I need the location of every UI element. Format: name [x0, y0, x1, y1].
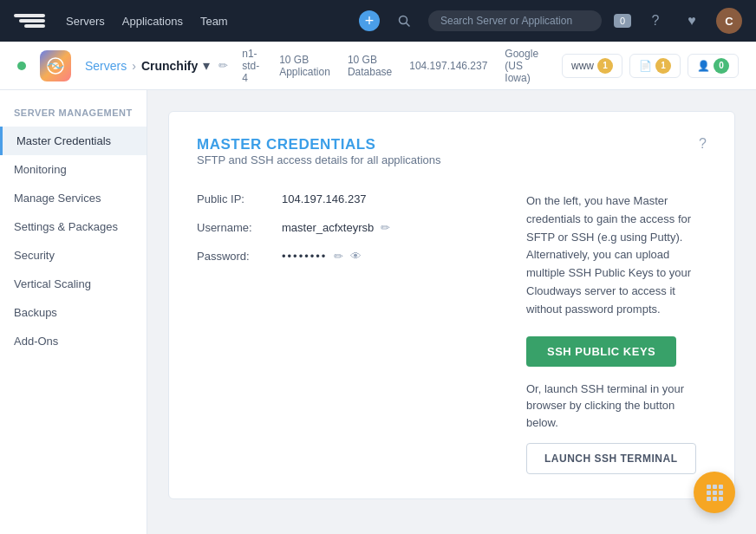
- server-status-indicator: [17, 62, 26, 70]
- breadcrumb: Servers › Crunchify ▾ ✏: [85, 57, 228, 74]
- sidebar-item-security[interactable]: Security: [0, 241, 147, 270]
- server-type: n1-std-4: [242, 48, 262, 84]
- servers-link[interactable]: Servers: [66, 15, 105, 28]
- svg-line-4: [407, 23, 410, 27]
- topnav-right: + 0 ? ♥ C: [359, 8, 742, 34]
- avatar[interactable]: C: [716, 8, 742, 34]
- public-ip-value: 104.197.146.237: [282, 192, 367, 205]
- logo[interactable]: [14, 10, 45, 31]
- fab-button[interactable]: [694, 472, 735, 513]
- topnav: Servers Applications Team + 0 ? ♥ C: [0, 0, 756, 42]
- search-icon[interactable]: [392, 9, 416, 33]
- file-badge: 1: [655, 58, 671, 74]
- edit-password-icon[interactable]: ✏: [334, 250, 343, 263]
- sidebar: Server Management Master Credentials Mon…: [0, 90, 147, 534]
- file-button[interactable]: 📄 1: [629, 54, 681, 78]
- server-name[interactable]: Crunchify: [141, 59, 198, 73]
- user-button[interactable]: 👤 0: [688, 54, 739, 78]
- servers-breadcrumb[interactable]: Servers: [85, 59, 127, 73]
- server-ip: 104.197.146.237: [409, 60, 487, 72]
- sidebar-item-settings-packages[interactable]: Settings & Packages: [0, 212, 147, 241]
- server-meta: n1-std-4 10 GB Application 10 GB Databas…: [242, 48, 548, 84]
- credentials-card: MASTER CREDENTIALS SFTP and SSH access d…: [168, 111, 735, 499]
- username-label: Username:: [197, 221, 275, 234]
- sidebar-item-manage-services[interactable]: Manage Services: [0, 184, 147, 212]
- username-value: master_acfxteyrsb: [282, 221, 374, 234]
- password-value: ••••••••: [282, 250, 327, 263]
- applications-link[interactable]: Applications: [122, 15, 183, 28]
- card-title: MASTER CREDENTIALS: [197, 136, 441, 153]
- file-icon: 📄: [639, 60, 652, 72]
- db-size: 10 GB Database: [348, 54, 392, 78]
- sidebar-item-add-ons[interactable]: Add-Ons: [0, 327, 147, 355]
- search-input[interactable]: [428, 10, 602, 31]
- www-label: www: [571, 60, 594, 72]
- server-icon: [40, 50, 71, 81]
- edit-username-icon[interactable]: ✏: [381, 221, 390, 234]
- info-text: On the left, you have Master credentials…: [526, 192, 707, 319]
- dropdown-icon[interactable]: ▾: [203, 57, 210, 74]
- credentials-left: Public IP: 104.197.146.237 Username: mas…: [197, 192, 492, 474]
- www-button[interactable]: www 1: [562, 54, 622, 78]
- card-subtitle: SFTP and SSH access details for all appl…: [197, 153, 441, 166]
- public-ip-row: Public IP: 104.197.146.237: [197, 192, 492, 205]
- public-ip-label: Public IP:: [197, 192, 275, 205]
- svg-rect-1: [19, 19, 45, 23]
- card-title-area: MASTER CREDENTIALS SFTP and SSH access d…: [197, 136, 441, 187]
- or-text: Or, launch SSH terminal in your browser …: [526, 381, 707, 432]
- nav-links: Servers Applications Team: [66, 15, 338, 28]
- sidebar-item-vertical-scaling[interactable]: Vertical Scaling: [0, 270, 147, 298]
- user-badge: 0: [714, 58, 729, 74]
- sidebar-section-label: Server Management: [0, 107, 147, 127]
- server-region: Google (US Iowa): [505, 48, 548, 84]
- launch-ssh-terminal-button[interactable]: LAUNCH SSH TERMINAL: [526, 443, 696, 474]
- sidebar-item-backups[interactable]: Backups: [0, 298, 147, 327]
- user-icon: 👤: [697, 60, 710, 72]
- credentials-right: On the left, you have Master credentials…: [526, 192, 707, 474]
- sidebar-item-master-credentials[interactable]: Master Credentials: [0, 127, 147, 155]
- server-bar: Servers › Crunchify ▾ ✏ n1-std-4 10 GB A…: [0, 42, 756, 90]
- add-button[interactable]: +: [359, 10, 380, 31]
- help-circle-icon[interactable]: ?: [699, 136, 707, 152]
- grid-icon: [707, 485, 723, 501]
- password-label: Password:: [197, 250, 275, 263]
- layout: Server Management Master Credentials Mon…: [0, 90, 756, 534]
- card-header: MASTER CREDENTIALS SFTP and SSH access d…: [197, 136, 707, 187]
- help-icon[interactable]: ?: [643, 9, 668, 33]
- username-row: Username: master_acfxteyrsb ✏: [197, 221, 492, 234]
- www-badge: 1: [597, 58, 613, 74]
- app-size: 10 GB Application: [279, 54, 330, 78]
- svg-rect-2: [24, 24, 45, 28]
- toggle-password-icon[interactable]: 👁: [350, 250, 362, 263]
- server-actions: www 1 📄 1 👤 0: [562, 54, 739, 78]
- card-body: Public IP: 104.197.146.237 Username: mas…: [197, 192, 707, 474]
- team-link[interactable]: Team: [200, 15, 228, 28]
- breadcrumb-separator: ›: [132, 59, 136, 73]
- password-row: Password: •••••••• ✏ 👁: [197, 250, 492, 263]
- main-content: MASTER CREDENTIALS SFTP and SSH access d…: [147, 90, 756, 534]
- heart-icon[interactable]: ♥: [680, 9, 704, 33]
- ssh-public-keys-button[interactable]: SSH PUBLIC KEYS: [526, 336, 676, 367]
- svg-rect-0: [14, 14, 45, 17]
- edit-server-icon[interactable]: ✏: [218, 59, 228, 72]
- sidebar-item-monitoring[interactable]: Monitoring: [0, 155, 147, 184]
- notification-badge[interactable]: 0: [614, 14, 631, 28]
